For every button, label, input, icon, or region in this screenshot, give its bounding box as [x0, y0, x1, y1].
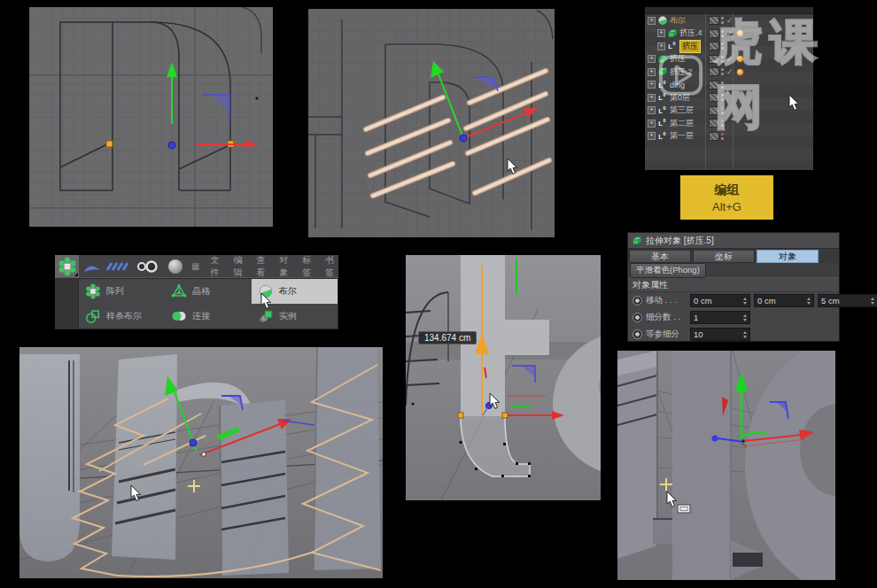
- object-row[interactable]: L0ding: [645, 79, 813, 92]
- enabled-check-icon[interactable]: [726, 55, 733, 64]
- tab-对象[interactable]: 对象: [757, 250, 819, 263]
- object-name[interactable]: 挤压.4: [679, 27, 702, 39]
- tab-坐标[interactable]: 坐标: [693, 250, 755, 263]
- keyframe-radio[interactable]: [633, 296, 642, 306]
- phong-shading-button[interactable]: 平滑着色(Phong): [630, 263, 706, 278]
- attribute-panel[interactable]: 拉伸对象 [挤压.5] 基本坐标对象 平滑着色(Phong) 对象属性 移动 .…: [627, 232, 840, 342]
- object-row[interactable]: 挤压: [645, 53, 813, 66]
- value-field[interactable]: 5 cm: [818, 294, 877, 307]
- visibility-dots[interactable]: [721, 68, 724, 75]
- menu-书签[interactable]: 书签: [325, 254, 338, 279]
- value-field[interactable]: 0 cm: [690, 294, 750, 307]
- menu-对象[interactable]: 对象: [279, 254, 292, 279]
- menu-item-晶格[interactable]: 晶格: [165, 279, 251, 304]
- object-name[interactable]: 第二层: [670, 118, 694, 129]
- viewport-strokes-spline[interactable]: [308, 9, 555, 237]
- menu-查看[interactable]: 查看: [256, 254, 269, 279]
- spinner-icon[interactable]: [807, 298, 811, 305]
- object-name[interactable]: 布尔: [670, 15, 686, 27]
- layer-swatch[interactable]: [709, 16, 719, 25]
- tab-基本[interactable]: 基本: [629, 250, 691, 263]
- spinner-icon[interactable]: [743, 314, 747, 321]
- enabled-check-icon[interactable]: [726, 29, 733, 38]
- object-name[interactable]: 第三层: [670, 104, 694, 116]
- layer-swatch[interactable]: [709, 119, 719, 128]
- enabled-check-icon[interactable]: [726, 67, 733, 76]
- viewport-perspective-boolean[interactable]: [19, 347, 383, 578]
- selected-point[interactable]: [106, 141, 113, 147]
- layer-swatch[interactable]: [709, 55, 719, 64]
- spinner-icon[interactable]: [871, 298, 874, 305]
- selected-point[interactable]: [502, 413, 508, 418]
- object-name[interactable]: 挤压: [679, 40, 701, 53]
- circle-pair-icon[interactable]: [136, 260, 159, 273]
- generator-dropdown-menu[interactable]: 阵列样条布尔晶格连接布尔实例: [78, 278, 338, 329]
- visibility-dots[interactable]: [721, 94, 724, 101]
- object-row[interactable]: L0挤压: [645, 40, 813, 53]
- expand-toggle-icon[interactable]: [648, 94, 656, 102]
- expand-toggle-icon[interactable]: [648, 68, 656, 76]
- layer-swatch[interactable]: [709, 106, 719, 115]
- visibility-dots[interactable]: [721, 56, 724, 63]
- sphere-primitive-icon[interactable]: [168, 259, 182, 274]
- expand-toggle-icon[interactable]: [648, 120, 656, 128]
- object-row[interactable]: L0第二层: [645, 117, 813, 130]
- expand-toggle-icon[interactable]: [648, 81, 656, 89]
- object-name[interactable]: 第0层: [670, 92, 690, 104]
- menu-文件[interactable]: 文件: [210, 254, 223, 279]
- spinner-icon[interactable]: [743, 331, 747, 338]
- sweep-tool-icon[interactable]: [83, 259, 101, 274]
- array-generator-button[interactable]: [55, 255, 79, 277]
- tag-icon[interactable]: [736, 68, 744, 76]
- value-field[interactable]: 10: [690, 328, 750, 341]
- object-row[interactable]: 挤压.4: [645, 27, 813, 41]
- expand-toggle-icon[interactable]: [648, 17, 656, 25]
- expand-toggle-icon[interactable]: [657, 43, 665, 50]
- object-name[interactable]: 第一层: [670, 130, 694, 142]
- value-field[interactable]: 1: [690, 311, 750, 324]
- enabled-check-icon[interactable]: [726, 16, 733, 25]
- visibility-dots[interactable]: [721, 133, 724, 140]
- spline-segments-icon[interactable]: [105, 260, 132, 273]
- visibility-dots[interactable]: [721, 107, 724, 114]
- keyframe-radio[interactable]: [633, 329, 642, 339]
- expand-toggle-icon[interactable]: [657, 29, 665, 37]
- object-row[interactable]: 挤压.2: [645, 66, 813, 79]
- visibility-dots[interactable]: [721, 43, 724, 50]
- object-manager-panel[interactable]: 布尔挤压.4L0挤压挤压挤压.2L0dingL0第0层L0第三层L0第二层L0第…: [645, 7, 813, 170]
- layer-swatch[interactable]: [709, 42, 719, 50]
- object-row[interactable]: 布尔: [645, 14, 813, 27]
- object-name[interactable]: 挤压.2: [670, 66, 693, 78]
- expand-toggle-icon[interactable]: [648, 132, 656, 140]
- menu-标签[interactable]: 标签: [302, 254, 315, 279]
- menu-编辑[interactable]: 编辑: [233, 254, 246, 279]
- selected-point[interactable]: [458, 413, 463, 418]
- expand-toggle-icon[interactable]: [648, 106, 656, 114]
- viewport-letter-t[interactable]: 134.674 cm: [406, 255, 601, 500]
- object-row[interactable]: L0第一层: [645, 130, 813, 143]
- layer-swatch[interactable]: [709, 81, 719, 89]
- visibility-dots[interactable]: [721, 120, 724, 127]
- tag-icon[interactable]: [736, 55, 744, 63]
- object-name[interactable]: 挤压: [670, 53, 686, 65]
- generator-toolbar[interactable]: 文件编辑查看对象标签书签: [55, 255, 338, 278]
- value-field[interactable]: 0 cm: [754, 294, 814, 307]
- layer-swatch[interactable]: [709, 93, 719, 102]
- letter-u-mesh[interactable]: [19, 354, 80, 561]
- viewport-front-spline[interactable]: [29, 7, 273, 227]
- layer-swatch[interactable]: [709, 29, 719, 38]
- menu-item-样条布尔[interactable]: 样条布尔: [79, 304, 165, 329]
- expand-toggle-icon[interactable]: [648, 55, 656, 63]
- tag-icon[interactable]: [736, 29, 744, 37]
- object-name[interactable]: ding: [670, 81, 685, 89]
- spinner-icon[interactable]: [743, 298, 747, 305]
- viewport-extruded-letters[interactable]: [617, 351, 835, 580]
- layer-swatch[interactable]: [709, 67, 719, 76]
- menu-item-阵列[interactable]: 阵列: [79, 279, 165, 304]
- keyframe-radio[interactable]: [633, 313, 642, 322]
- visibility-dots[interactable]: [721, 81, 724, 89]
- letter-mesh-left[interactable]: [617, 351, 657, 559]
- visibility-dots[interactable]: [721, 17, 724, 24]
- layer-swatch[interactable]: [709, 132, 719, 141]
- letter-i-mesh[interactable]: [314, 347, 381, 570]
